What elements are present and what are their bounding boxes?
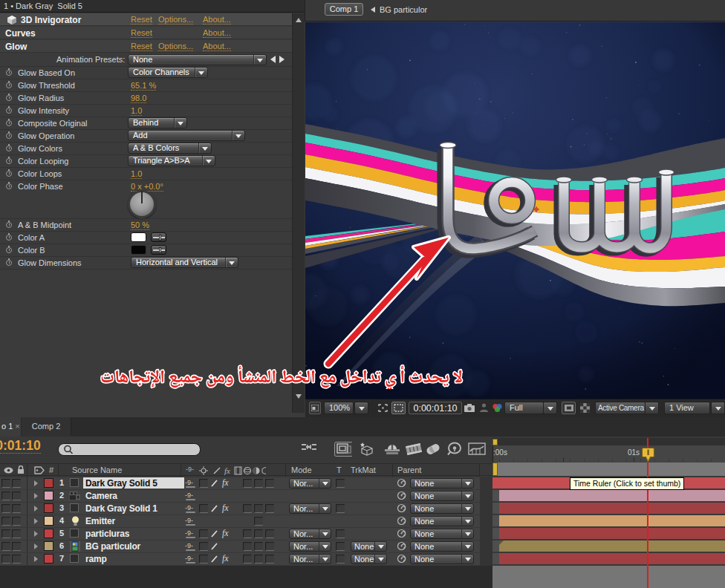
svg-text:fx: fx — [224, 466, 230, 475]
